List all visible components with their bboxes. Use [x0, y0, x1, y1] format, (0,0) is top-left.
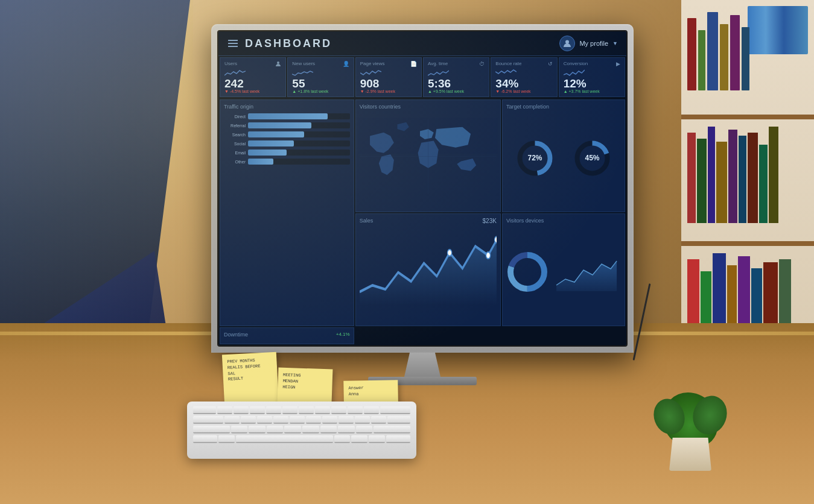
traffic-bar-2: Referral [224, 122, 350, 128]
bounce-value: 34% [495, 78, 552, 89]
profile-avatar [559, 36, 575, 51]
sticky-note-2-text: MEETING MENDAN HEIGN [282, 373, 328, 392]
sales-chart [360, 227, 497, 305]
traffic-bar-4: Social [224, 140, 350, 146]
bar-fill-1 [248, 113, 328, 119]
donut-svg-1: 72% [515, 139, 555, 178]
page-views-sparkline [360, 68, 381, 77]
play-icon: ▶ [616, 61, 620, 67]
svg-point-0 [565, 40, 569, 44]
bar-track-3 [248, 131, 350, 137]
donut-svg-2: 45% [573, 139, 612, 178]
traffic-label-4: Social [224, 142, 246, 146]
bounce-icon: ↺ [548, 61, 553, 67]
visitors-countries-title: Visitors countries [360, 104, 497, 110]
hamburger-line [228, 40, 238, 41]
hamburger-line [228, 46, 238, 47]
screen: DASHBOARD My profile ▼ [217, 30, 628, 347]
shelf-1 [681, 115, 814, 119]
bar-track-5 [248, 150, 350, 156]
bar-fill-2 [248, 122, 311, 128]
new-users-change: ▲ +1.8% last week [292, 89, 349, 93]
page-views-change: ▼ -2.9% last week [360, 89, 417, 93]
page-views-label: Page views [360, 61, 385, 66]
plant-pot [669, 438, 711, 471]
users-sparkline [224, 68, 246, 77]
devices-content [506, 225, 621, 318]
traffic-bar-1: Direct [224, 113, 350, 119]
conversion-value: 12% [564, 78, 620, 89]
traffic-label-1: Direct [224, 115, 246, 119]
traffic-bar-6: Other [224, 159, 350, 165]
traffic-label-5: Email [224, 151, 246, 155]
plant-container [663, 392, 717, 471]
target-completion-title: Target completion [506, 104, 621, 110]
users-label: Users [224, 61, 237, 66]
header-left: DASHBOARD [227, 37, 332, 50]
visitors-devices-widget: Visitors devices [502, 213, 625, 326]
main-content: Visitors countries [218, 98, 626, 345]
svg-point-11 [486, 252, 490, 259]
donut-charts: 72% 45% [506, 112, 621, 204]
downtime-widget: Downtime +4.1% [220, 327, 354, 344]
bar-fill-5 [248, 150, 287, 156]
traffic-label-3: Search [224, 133, 246, 137]
svg-point-1 [277, 61, 279, 64]
visitors-devices-title: Visitors devices [506, 218, 621, 224]
users-change: ▼ -4.5% last week [224, 89, 281, 93]
bar-track-2 [248, 122, 350, 128]
hamburger-button[interactable] [227, 39, 239, 48]
traffic-bar-3: Search [224, 131, 350, 137]
conversion-sparkline [564, 68, 585, 77]
downtime-change: +4.1% [336, 332, 350, 337]
bar-track-1 [248, 113, 350, 119]
stat-bounce-rate: Bounce rate ↺ 34% ▼ -6.2% last week [491, 57, 557, 97]
books-top [687, 12, 749, 90]
svg-point-12 [494, 236, 497, 243]
traffic-origin-widget: Traffic origin Direct Re [220, 99, 354, 326]
target-completion-widget: Target completion 72% [502, 99, 625, 212]
bar-fill-6 [248, 159, 273, 165]
key-row-3 [193, 426, 410, 433]
page-views-value: 908 [360, 78, 417, 89]
stat-page-views: Page views 📄 908 ▼ -2.9% last week [355, 57, 422, 97]
avg-time-label: Avg. time [428, 61, 448, 66]
traffic-origin-title: Traffic origin [224, 104, 350, 110]
users-value: 242 [224, 78, 281, 89]
bar-fill-4 [248, 140, 294, 146]
sales-widget: Sales $23K [355, 213, 501, 326]
stat-new-users: New users 👤 55 ▲ +1.8% last week [287, 57, 354, 97]
bar-track-4 [248, 140, 350, 146]
page-icon: 📄 [410, 61, 417, 67]
new-users-sparkline [292, 68, 313, 77]
world-map-svg [360, 112, 497, 201]
books-middle [687, 127, 808, 223]
chevron-down-icon: ▼ [612, 40, 618, 46]
profile-label: My profile [579, 40, 608, 47]
key-row-1 [193, 406, 410, 414]
monitor: DASHBOARD My profile ▼ [211, 24, 634, 385]
hamburger-line [228, 43, 238, 44]
bar-fill-3 [248, 131, 304, 137]
conversion-change: ▲ +3.7% last week [564, 89, 620, 93]
stat-users: Users 242 ▼ -4.5% last week [220, 57, 286, 97]
dashboard-header: DASHBOARD My profile ▼ [218, 31, 626, 56]
user-icon [563, 39, 571, 48]
clock-icon: ⏱ [479, 61, 485, 67]
bounce-change: ▼ -6.2% last week [495, 89, 552, 93]
donut-1: 72% [515, 139, 555, 178]
profile-menu[interactable]: My profile ▼ [559, 36, 618, 51]
bar-track-6 [248, 159, 350, 165]
monitor-bezel: DASHBOARD My profile ▼ [211, 24, 634, 353]
conversion-label: Conversion [564, 61, 588, 66]
sticky-note-3-text: Answer Anna [348, 385, 393, 397]
sticky-note-1-text: PREV MONTHS REALIS BEFORE SAL RESULT [227, 357, 273, 383]
sales-title: Sales [360, 218, 374, 224]
svg-text:45%: 45% [585, 154, 599, 162]
devices-donut [506, 251, 548, 293]
dashboard-title: DASHBOARD [245, 37, 332, 50]
donut-2: 45% [573, 139, 612, 178]
new-users-value: 55 [292, 78, 349, 89]
stats-row: Users 242 ▼ -4.5% last week [218, 56, 626, 98]
key-row-2 [193, 416, 410, 424]
